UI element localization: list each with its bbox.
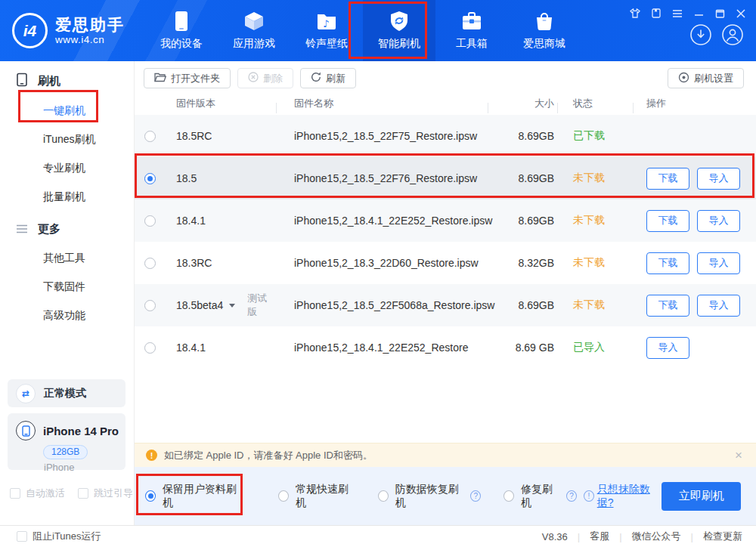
sidebar-item-one-key-flash[interactable]: 一键刷机 xyxy=(0,96,134,125)
firmware-size: 8.69GB xyxy=(488,172,557,184)
skip-setup-checkbox[interactable]: 跳过引导 xyxy=(78,487,133,500)
import-button[interactable]: 导入 xyxy=(697,210,740,232)
firmware-name: iPhone15,2_18.3_22D60_Restore.ipsw xyxy=(276,257,488,269)
row-radio[interactable] xyxy=(144,258,156,269)
sidebar-item-pro-flash[interactable]: 专业刷机 xyxy=(0,153,134,182)
logo-circle-icon: i4 xyxy=(12,13,48,48)
delete-button[interactable]: 删除 xyxy=(237,68,293,88)
block-itunes-checkbox[interactable]: 阻止iTunes运行 xyxy=(17,530,101,543)
flash-settings-button[interactable]: 刷机设置 xyxy=(668,68,744,88)
checkbox-label: 跳过引导 xyxy=(94,487,133,500)
notice-close-icon[interactable]: × xyxy=(735,449,742,462)
nav-smart-flash[interactable]: 智能刷机 xyxy=(363,0,435,61)
radio-keep-user-data[interactable]: 保留用户资料刷机 xyxy=(145,483,241,510)
erase-data-link[interactable]: 只想抹除数据? xyxy=(597,483,662,510)
open-folder-button[interactable]: 打开文件夹 xyxy=(144,68,231,88)
firmware-row[interactable]: 18.4.1 iPhone15,2_18.4.1_22E252_Restore … xyxy=(135,326,756,369)
nav-toolbox[interactable]: 工具箱 xyxy=(435,0,508,61)
firmware-row[interactable]: 18.5 iPhone15,2_18.5_22F76_Restore.ipsw … xyxy=(135,157,756,199)
sidebar-item-other-tools[interactable]: 其他工具 xyxy=(0,243,134,272)
column-version: 固件版本 xyxy=(165,97,276,110)
checkbox-label: 自动激活 xyxy=(26,487,65,500)
menu-icon[interactable] xyxy=(672,9,683,18)
firmware-row[interactable]: 18.4.1 iPhone15,2_18.4.1_22E252_Restore.… xyxy=(135,199,756,242)
nav-store[interactable]: 爱思商城 xyxy=(508,0,581,61)
flash-now-button[interactable]: 立即刷机 xyxy=(662,482,741,511)
row-radio[interactable] xyxy=(144,215,156,227)
theme-skin-icon[interactable] xyxy=(630,8,640,18)
app-window: i4 爱思助手 www.i4.cn 我的设备 应用游戏 ♪ xyxy=(0,0,756,547)
nav-apps-games[interactable]: 应用游戏 xyxy=(218,0,290,61)
maximize-icon[interactable] xyxy=(715,9,725,18)
row-radio-selected[interactable] xyxy=(144,173,156,184)
download-button[interactable]: 下载 xyxy=(646,210,689,232)
column-status: 状态 xyxy=(557,97,633,110)
version-dropdown-icon[interactable] xyxy=(229,304,235,307)
settings-dial-icon xyxy=(678,72,689,85)
info-icon[interactable]: ! xyxy=(584,490,594,502)
quick-buttons xyxy=(689,23,745,46)
import-button[interactable]: 导入 xyxy=(697,295,740,317)
firmware-size: 8.69GB xyxy=(488,130,557,142)
sidebar-item-advanced[interactable]: 高级功能 xyxy=(0,301,134,329)
wechat-official-link[interactable]: 微信公众号 xyxy=(632,530,681,543)
help-icon[interactable]: ? xyxy=(470,490,481,502)
firmware-name: iPhone15,2_18.5_22F75_Restore.ipsw xyxy=(276,130,488,142)
firmware-name: iPhone15,2_18.5_22F76_Restore.ipsw xyxy=(276,172,488,184)
row-radio[interactable] xyxy=(144,342,156,354)
normal-mode-card[interactable]: ⇄ 正常模式 xyxy=(8,379,125,407)
status-bar: 阻止iTunes运行 V8.36 | 客服 | 微信公众号 | 检查更新 xyxy=(0,525,756,547)
svg-text:♪: ♪ xyxy=(323,18,329,29)
download-button[interactable]: 下载 xyxy=(646,168,689,190)
notes-icon[interactable] xyxy=(652,8,661,18)
radio-anti-data-recovery-flash[interactable]: 防数据恢复刷机 ? xyxy=(378,483,481,510)
radio-icon xyxy=(378,490,389,502)
account-icon[interactable] xyxy=(721,23,744,46)
sidebar-item-batch-flash[interactable]: 批量刷机 xyxy=(0,182,134,211)
check-update-link[interactable]: 检查更新 xyxy=(703,530,742,543)
nav-label: 智能刷机 xyxy=(378,37,420,51)
auto-activate-checkbox[interactable]: 自动激活 xyxy=(10,487,65,500)
firmware-version: 18.4.1 xyxy=(165,215,276,227)
status-not-downloaded: 未下载 xyxy=(573,298,605,311)
import-button[interactable]: 导入 xyxy=(697,168,740,190)
phone-icon xyxy=(16,73,28,89)
iphone-icon xyxy=(16,421,36,440)
sidebar-item-itunes-flash[interactable]: iTunes刷机 xyxy=(0,125,134,153)
sidebar-section-more: 更多 xyxy=(0,211,134,243)
column-action: 操作 xyxy=(633,97,756,110)
firmware-row[interactable]: 18.5RC iPhone15,2_18.5_22F75_Restore.ips… xyxy=(135,115,756,157)
download-button[interactable]: 下载 xyxy=(646,295,689,317)
customer-service-link[interactable]: 客服 xyxy=(590,530,609,543)
import-button[interactable]: 导入 xyxy=(646,337,689,359)
main-nav: 我的设备 应用游戏 ♪ 铃声壁纸 智能刷机 xyxy=(145,0,581,61)
status-not-downloaded: 未下载 xyxy=(573,214,605,226)
device-card: iPhone 14 Pro 128GB iPhone xyxy=(8,413,125,470)
radio-repair-flash[interactable]: 修复刷机 ? ! xyxy=(503,483,594,510)
download-manager-icon[interactable] xyxy=(689,23,712,46)
capacity-badge: 128GB xyxy=(43,445,88,459)
row-radio[interactable] xyxy=(144,300,156,311)
close-icon[interactable] xyxy=(736,9,745,18)
section-title: 刷机 xyxy=(38,74,60,88)
firmware-row[interactable]: 18.5beta4 测试版 iPhone15,2_18.5_22F5068a_R… xyxy=(135,284,756,326)
minimize-icon[interactable] xyxy=(694,9,704,18)
toolbox-icon xyxy=(461,11,482,32)
divider: | xyxy=(578,531,580,542)
sidebar-item-download-firmware[interactable]: 下载固件 xyxy=(0,272,134,301)
radio-icon xyxy=(503,490,514,502)
download-button[interactable]: 下载 xyxy=(646,252,689,274)
store-icon xyxy=(534,11,555,32)
header-right xyxy=(630,0,756,61)
row-radio[interactable] xyxy=(144,131,156,142)
firmware-row[interactable]: 18.3RC iPhone15,2_18.3_22D60_Restore.ips… xyxy=(135,242,756,284)
toolbar: 打开文件夹 删除 刷新 xyxy=(135,61,756,89)
status-imported: 已导入 xyxy=(573,341,605,353)
help-icon[interactable]: ? xyxy=(566,490,577,502)
radio-normal-fast-flash[interactable]: 常规快速刷机 xyxy=(278,483,355,510)
nav-my-device[interactable]: 我的设备 xyxy=(145,0,218,61)
status-downloaded: 已下载 xyxy=(573,129,605,141)
import-button[interactable]: 导入 xyxy=(697,252,740,274)
refresh-button[interactable]: 刷新 xyxy=(300,68,356,88)
nav-ringtone-wallpaper[interactable]: ♪ 铃声壁纸 xyxy=(290,0,363,61)
